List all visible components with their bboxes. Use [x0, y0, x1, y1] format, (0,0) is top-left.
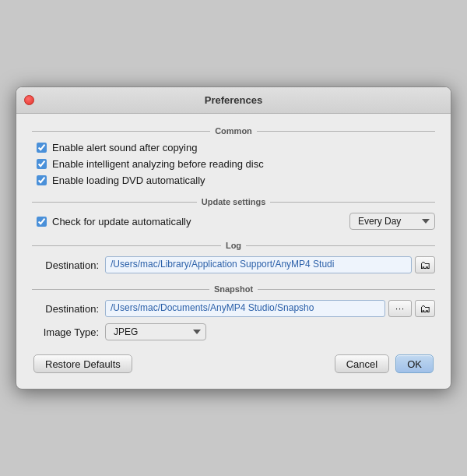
auto-update-label[interactable]: Check for update automatically — [52, 216, 191, 227]
snapshot-browse-button[interactable]: 🗂 — [415, 300, 435, 317]
checkbox-loading-dvd: Enable loading DVD automatically — [32, 175, 435, 186]
log-destination-row: Destination: /Users/mac/Library/Applicat… — [32, 256, 435, 273]
snapshot-section: Snapshot Destination: /Users/mac/Documen… — [32, 284, 435, 340]
section-line-right — [258, 289, 435, 290]
snapshot-destination-label: Destination: — [37, 303, 99, 315]
log-section-label: Log — [226, 241, 241, 250]
section-line-left — [32, 202, 197, 203]
log-destination-input[interactable]: /Users/mac/Library/Application Support/A… — [105, 256, 412, 273]
snapshot-section-header: Snapshot — [32, 284, 435, 294]
section-line-left — [32, 289, 209, 290]
section-line-left — [32, 245, 221, 246]
loading-dvd-label[interactable]: Enable loading DVD automatically — [52, 175, 205, 186]
update-section: Update settings Check for update automat… — [32, 197, 435, 230]
image-type-row: Image Type: JPEG PNG BMP GIF — [32, 323, 435, 340]
titlebar: Preferences — [16, 87, 451, 114]
auto-update-checkbox[interactable] — [37, 217, 47, 227]
folder-icon-2: 🗂 — [420, 302, 430, 315]
preferences-window: Preferences Common Enable alert sound af… — [16, 86, 451, 390]
window-title: Preferences — [205, 94, 262, 106]
snapshot-destination-row: Destination: /Users/mac/Documents/AnyMP4… — [32, 300, 435, 317]
snapshot-destination-input[interactable]: /Users/mac/Documents/AnyMP4 Studio/Snaps… — [105, 300, 385, 317]
section-line-right — [270, 202, 435, 203]
image-type-label: Image Type: — [37, 326, 99, 338]
snapshot-dots-button[interactable]: ··· — [388, 300, 412, 317]
folder-icon: 🗂 — [420, 259, 430, 271]
update-section-label: Update settings — [202, 197, 266, 206]
button-row: Restore Defaults Cancel OK — [32, 354, 435, 373]
checkbox-intelligent-analyzing: Enable intelligent analyzing before read… — [32, 158, 435, 170]
alert-sound-checkbox[interactable] — [37, 143, 47, 153]
common-section-header: Common — [32, 126, 435, 136]
cancel-button[interactable]: Cancel — [335, 354, 389, 373]
section-line-right — [246, 245, 435, 246]
checkbox-alert-sound: Enable alert sound after copying — [32, 142, 435, 153]
log-section-header: Log — [32, 241, 435, 250]
update-frequency-dropdown[interactable]: Every Day Every Week Every Month Never — [349, 213, 435, 230]
section-line-left — [32, 131, 210, 132]
restore-defaults-button[interactable]: Restore Defaults — [33, 354, 132, 373]
common-section-label: Common — [215, 126, 252, 136]
log-browse-button[interactable]: 🗂 — [415, 256, 435, 273]
update-section-header: Update settings — [32, 197, 435, 206]
close-button[interactable] — [24, 95, 34, 105]
intelligent-analyzing-label[interactable]: Enable intelligent analyzing before read… — [52, 158, 264, 170]
loading-dvd-checkbox[interactable] — [37, 175, 47, 185]
dots-icon: ··· — [395, 304, 405, 313]
window-content: Common Enable alert sound after copying … — [16, 114, 451, 389]
update-left: Check for update automatically — [37, 216, 191, 227]
log-section: Log Destination: /Users/mac/Library/Appl… — [32, 241, 435, 273]
log-destination-label: Destination: — [37, 259, 99, 271]
common-section: Common Enable alert sound after copying … — [32, 126, 435, 186]
snapshot-section-label: Snapshot — [214, 284, 253, 294]
image-type-dropdown[interactable]: JPEG PNG BMP GIF — [105, 323, 206, 340]
ok-button[interactable]: OK — [395, 354, 434, 373]
right-buttons: Cancel OK — [335, 354, 434, 373]
intelligent-analyzing-checkbox[interactable] — [37, 159, 47, 169]
section-line-right — [257, 131, 435, 132]
update-row: Check for update automatically Every Day… — [32, 213, 435, 230]
alert-sound-label[interactable]: Enable alert sound after copying — [52, 142, 197, 153]
